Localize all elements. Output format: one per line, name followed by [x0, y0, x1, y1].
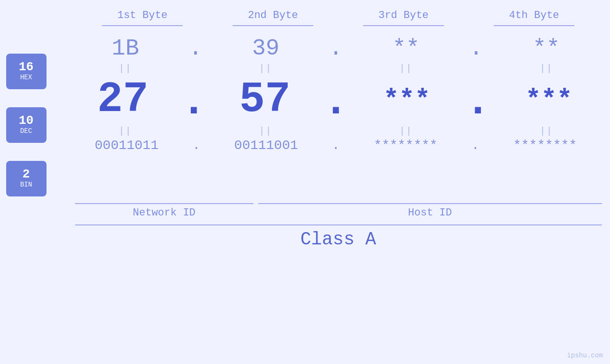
dec-label: DEC [20, 127, 32, 136]
dec-row: 27 . 57 . *** . *** [68, 75, 604, 124]
hex-b2-cell: 39 [214, 36, 318, 61]
byte2-header: 2nd Byte [221, 9, 325, 26]
equals-row-2: || || || || [68, 124, 604, 138]
eq1-c2: || [214, 63, 318, 74]
byte3-bracket [363, 25, 444, 26]
bin-b2-value: 00111001 [234, 138, 298, 153]
hex-b4-cell: ** [494, 36, 599, 61]
bin-badge: 2 BIN [6, 161, 47, 196]
bin-dot3: . [471, 138, 479, 153]
network-bracket-line [75, 203, 254, 204]
bin-b4-cell: ******** [493, 138, 597, 153]
hex-b3-cell: ** [354, 36, 458, 61]
byte2-label: 2nd Byte [248, 9, 298, 21]
dec-dot2: . [323, 81, 348, 123]
dec-dot3: . [465, 81, 491, 123]
dec-b4-cell: *** [497, 85, 601, 115]
dec-b3-value: *** [384, 85, 431, 115]
class-section: Class A [75, 224, 602, 250]
hex-b4-value: ** [533, 36, 560, 61]
bottom-section: Network ID Host ID [75, 203, 602, 219]
bin-b3-cell: ******** [353, 138, 458, 153]
bin-number: 2 [22, 168, 30, 180]
hex-dot1: . [189, 36, 203, 61]
hex-b1-value: 1B [112, 36, 139, 61]
hex-row: 1B . 39 . ** . ** [68, 36, 604, 61]
byte4-label: 4th Byte [509, 9, 559, 21]
bin-b1-value: 00011011 [95, 138, 159, 153]
hex-b2-value: 39 [252, 36, 280, 61]
byte1-bracket [102, 25, 183, 26]
hex-number: 16 [19, 61, 33, 73]
bin-dot2: . [332, 138, 340, 153]
dec-b3-cell: *** [355, 85, 459, 115]
hex-label: HEX [20, 73, 32, 83]
dec-b1-value: 27 [97, 75, 149, 124]
class-label: Class A [75, 229, 602, 250]
hex-dot3: . [469, 36, 483, 61]
base-labels: 16 HEX 10 DEC 2 BIN [6, 45, 68, 201]
hex-b3-value: ** [392, 36, 420, 61]
host-bracket-line [258, 203, 601, 204]
eq2-c4: || [494, 126, 599, 137]
rows-container: 1B . 39 . ** . ** || || [68, 31, 604, 153]
byte-headers: 1st Byte 2nd Byte 3rd Byte 4th Byte [77, 9, 600, 26]
byte4-header: 4th Byte [482, 9, 586, 26]
hex-dot2: . [329, 36, 343, 61]
host-id-bracket: Host ID [258, 203, 601, 219]
dec-badge: 10 DEC [6, 107, 47, 143]
equals-row-1: || || || || [68, 61, 604, 75]
byte4-bracket [494, 25, 574, 26]
eq2-c1: || [73, 126, 178, 137]
eq2-c3: || [354, 126, 458, 137]
bin-b2-cell: 00111001 [214, 138, 319, 153]
hex-b1-cell: 1B [73, 36, 178, 61]
eq1-c4: || [494, 63, 599, 74]
content-area: 16 HEX 10 DEC 2 BIN 1B [6, 31, 604, 201]
network-id-label: Network ID [133, 207, 196, 219]
eq1-c1: || [73, 63, 178, 74]
network-id-bracket: Network ID [75, 203, 254, 219]
bin-row: 00011011 . 00111001 . ******** . *******… [68, 138, 604, 153]
dec-b4-value: *** [526, 85, 572, 115]
eq1-c3: || [354, 63, 458, 74]
bin-b3-value: ******** [374, 138, 437, 153]
dec-dot1: . [181, 81, 206, 123]
byte3-label: 3rd Byte [378, 9, 429, 21]
bin-b4-value: ******** [513, 138, 577, 153]
hex-badge: 16 HEX [6, 54, 47, 89]
dec-number: 10 [19, 114, 33, 127]
watermark: ipshu.com [567, 352, 603, 359]
main-container: 1st Byte 2nd Byte 3rd Byte 4th Byte 16 H… [0, 0, 610, 364]
bin-b1-cell: 00011011 [75, 138, 179, 153]
class-line [75, 224, 602, 225]
dec-b2-cell: 57 [213, 75, 317, 124]
byte1-label: 1st Byte [117, 9, 168, 21]
dec-b2-value: 57 [239, 75, 291, 124]
byte1-header: 1st Byte [90, 9, 195, 26]
bottom-brackets: Network ID Host ID [75, 203, 602, 219]
byte3-header: 3rd Byte [351, 9, 456, 26]
host-id-label: Host ID [408, 207, 452, 219]
bin-label: BIN [20, 180, 32, 190]
eq2-c2: || [214, 126, 318, 137]
dec-b1-cell: 27 [71, 75, 175, 124]
bin-dot1: . [192, 138, 200, 153]
byte2-bracket [233, 25, 313, 26]
